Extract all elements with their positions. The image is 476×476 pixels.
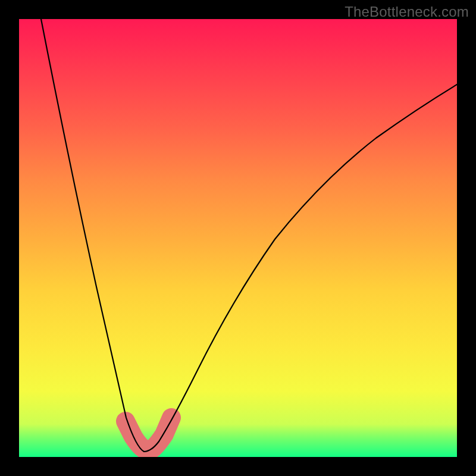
bottleneck-curve: [19, 19, 457, 457]
watermark-text: TheBottleneck.com: [345, 4, 469, 20]
plot-area: [19, 19, 457, 457]
chart-frame: TheBottleneck.com: [0, 0, 476, 476]
